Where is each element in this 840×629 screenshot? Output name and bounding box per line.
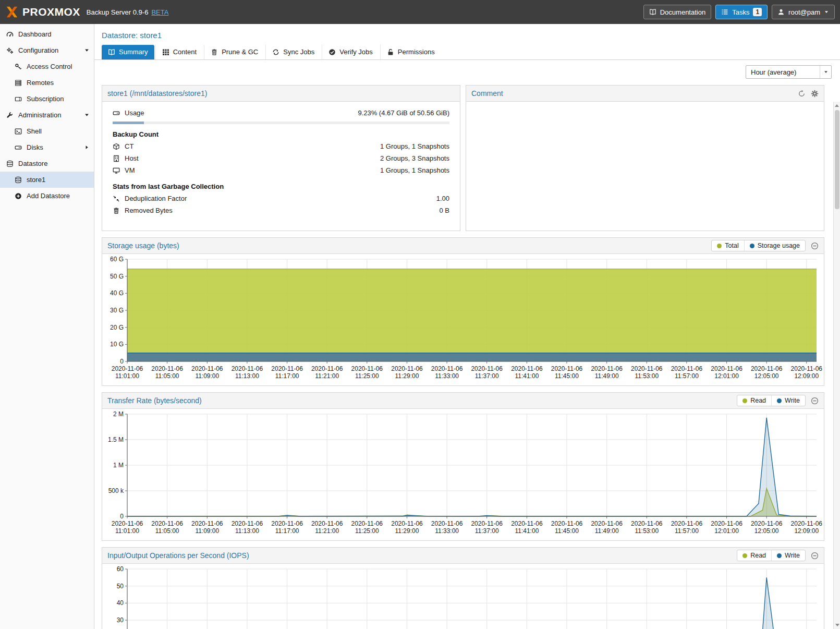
brand-name: PROXMOX [22, 6, 80, 18]
scroll-up-arrow[interactable] [834, 102, 840, 109]
sidebar-item-add-datastore[interactable]: Add Datastore [0, 188, 94, 204]
svg-text:11:25:00: 11:25:00 [355, 527, 379, 535]
svg-text:11:29:00: 11:29:00 [395, 372, 419, 380]
sidebar-item-subscription[interactable]: Subscription [0, 91, 94, 107]
iops-chart: 01020304050602020-11-0611:01:002020-11-0… [102, 564, 824, 629]
beta-link[interactable]: BETA [151, 8, 168, 16]
gauge-icon [6, 31, 14, 38]
legend-item-read[interactable]: Read [737, 395, 771, 406]
time-range-select[interactable]: Hour (average) [746, 65, 832, 79]
tab-summary[interactable]: Summary [102, 45, 154, 59]
svg-text:11:53:00: 11:53:00 [635, 527, 659, 535]
proxmox-logo: PROXMOX [5, 5, 80, 19]
svg-text:40 G: 40 G [110, 289, 124, 297]
legend-dot [742, 553, 747, 558]
svg-text:2020-11-06: 2020-11-06 [631, 520, 663, 527]
comment-panel: Comment [466, 85, 824, 231]
legend-item-write[interactable]: Write [771, 395, 805, 406]
svg-text:11:37:00: 11:37:00 [475, 527, 499, 535]
legend-dot [777, 553, 782, 558]
product-version: Backup Server 0.9-6 [87, 8, 149, 16]
transfer-rate-panel: Transfer Rate (bytes/second) Read Write [102, 392, 824, 541]
legend-item-read[interactable]: Read [737, 550, 771, 561]
svg-text:2020-11-06: 2020-11-06 [271, 365, 303, 372]
trash-icon [113, 207, 120, 214]
sidebar-item-label: Configuration [18, 46, 58, 54]
sidebar-item-label: Datastore [18, 160, 47, 167]
datastore-summary-panel: store1 (/mnt/datastores/store1) Usage 9.… [102, 85, 460, 231]
tab-prune-gc[interactable]: Prune & GC [204, 45, 264, 59]
svg-text:11:49:00: 11:49:00 [595, 372, 619, 380]
minus-circle-icon[interactable] [811, 552, 819, 560]
svg-text:10 G: 10 G [110, 341, 124, 348]
sidebar-item-store1[interactable]: store1 [0, 172, 94, 188]
scroll-down-arrow[interactable] [835, 624, 839, 626]
circular-arrow-icon[interactable] [798, 90, 806, 98]
tab-sync-jobs[interactable]: Sync Jobs [265, 45, 321, 59]
svg-text:2020-11-06: 2020-11-06 [351, 365, 383, 372]
book-icon [649, 8, 656, 16]
legend-dot [742, 398, 747, 403]
user-menu-button[interactable]: root@pam [772, 5, 835, 19]
legend-item-write[interactable]: Write [771, 550, 805, 561]
svg-text:2020-11-06: 2020-11-06 [112, 365, 143, 372]
svg-text:2020-11-06: 2020-11-06 [311, 365, 343, 372]
sidebar-item-disks[interactable]: Disks [0, 139, 94, 155]
sidebar-item-label: store1 [27, 176, 45, 184]
app-root: PROXMOX Backup Server 0.9-6 BETA Documen… [0, 0, 840, 629]
svg-text:2020-11-06: 2020-11-06 [232, 365, 263, 372]
svg-text:11:05:00: 11:05:00 [155, 372, 179, 380]
compress-arrows-icon [113, 195, 120, 202]
minus-circle-icon[interactable] [811, 397, 819, 405]
svg-text:2020-11-06: 2020-11-06 [151, 365, 183, 372]
chevron-right-icon [84, 144, 90, 150]
tab-verify-jobs[interactable]: Verify Jobs [322, 45, 379, 59]
sidebar-item-remotes[interactable]: Remotes [0, 75, 94, 91]
legend-item-storage-usage[interactable]: Storage usage [744, 240, 805, 251]
svg-text:2020-11-06: 2020-11-06 [471, 520, 503, 527]
usage-progress-fill [113, 122, 144, 124]
transfer-rate-chart: 0500 k1 M1.5 M2 M2020-11-0611:01:002020-… [102, 409, 824, 540]
scrollbar-thumb[interactable] [835, 110, 839, 209]
svg-text:11:17:00: 11:17:00 [275, 527, 299, 535]
sidebar-item-datastore[interactable]: Datastore [0, 155, 94, 172]
unlock-icon [387, 49, 394, 56]
chart-legend: Read Write [737, 550, 806, 561]
gear-icon[interactable] [811, 90, 819, 98]
sidebar-item-label: Dashboard [18, 30, 52, 38]
sidebar-item-access-control[interactable]: Access Control [0, 58, 94, 75]
sidebar-item-label: Add Datastore [27, 192, 70, 200]
vertical-scrollbar[interactable] [833, 102, 840, 629]
svg-text:12:05:00: 12:05:00 [754, 372, 779, 380]
tab-content[interactable]: Content [155, 45, 203, 59]
content-area: store1 (/mnt/datastores/store1) Usage 9.… [94, 83, 840, 629]
tab-permissions[interactable]: Permissions [380, 45, 441, 59]
sidebar-item-administration[interactable]: Administration [0, 107, 94, 123]
tasks-label: Tasks [732, 8, 749, 16]
tasks-button[interactable]: Tasks 1 [715, 5, 768, 19]
usage-label: Usage [125, 109, 144, 117]
backup-count-heading: Backup Count [113, 130, 449, 138]
svg-text:12:01:00: 12:01:00 [714, 372, 739, 380]
sidebar-item-dashboard[interactable]: Dashboard [0, 26, 94, 42]
svg-text:11:37:00: 11:37:00 [475, 372, 499, 380]
database-icon [15, 176, 22, 184]
documentation-button[interactable]: Documentation [643, 5, 711, 19]
sidebar-item-configuration[interactable]: Configuration [0, 42, 94, 58]
legend-item-total[interactable]: Total [712, 240, 744, 251]
svg-text:12:09:00: 12:09:00 [794, 372, 819, 380]
sidebar-item-label: Disks [27, 143, 43, 151]
sidebar-item-label: Subscription [27, 95, 64, 103]
sync-arrows-icon [272, 49, 279, 56]
legend-dot [777, 398, 782, 403]
minus-circle-icon[interactable] [811, 242, 819, 250]
legend-dot [750, 244, 754, 248]
svg-text:2020-11-06: 2020-11-06 [232, 520, 263, 527]
dedup-row: Deduplication Factor 1.00 [113, 192, 449, 204]
svg-text:11:45:00: 11:45:00 [555, 372, 579, 380]
sidebar-item-shell[interactable]: Shell [0, 123, 94, 139]
svg-text:500 k: 500 k [108, 487, 124, 494]
select-trigger[interactable] [820, 66, 831, 78]
svg-text:0: 0 [120, 358, 124, 365]
wrench-icon [6, 112, 14, 119]
